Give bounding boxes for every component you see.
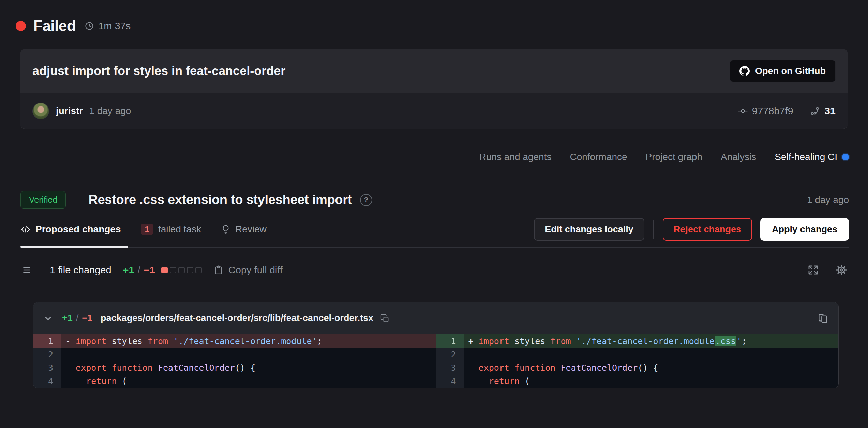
reject-changes-button[interactable]: Reject changes	[663, 218, 752, 241]
tab-review-label: Review	[235, 224, 267, 235]
code-icon	[20, 224, 31, 234]
diff-split-view: 1- import styles from './feat-cancel-ord…	[33, 334, 838, 388]
nav-item-project-graph[interactable]: Project graph	[646, 152, 703, 162]
action-buttons: Edit changes locally Reject changes Appl…	[534, 218, 849, 241]
nav-item-label: Conformance	[570, 152, 627, 162]
status-failed-dot	[16, 21, 26, 31]
failed-count-badge: 1	[141, 224, 153, 235]
expand-icon[interactable]	[807, 264, 819, 276]
self-healing-ci-page: Failed 1m 37s adjust import for styles i…	[0, 0, 868, 428]
diff-toolbar: 1 file changed +1 / −1 Copy full diff	[22, 261, 848, 279]
workspace-nav: Runs and agentsConformanceProject graphA…	[479, 152, 849, 162]
file-diff-stats: +1 / −1	[62, 313, 92, 324]
tab-proposed-changes-label: Proposed changes	[35, 224, 121, 235]
line-number: 4	[436, 374, 464, 388]
tabs-row: Proposed changes 1 failed task Review Ed…	[20, 217, 849, 242]
gear-icon[interactable]	[835, 264, 848, 276]
nav-item-label: Self-healing CI	[775, 152, 837, 162]
line-number: 4	[33, 374, 61, 388]
line-number: 3	[33, 361, 61, 374]
stat-block-deletion	[161, 267, 168, 273]
branch-count: 31	[810, 105, 836, 117]
code-line	[61, 348, 436, 361]
diff-line-ctx: 3 export function FeatCancelOrder() {	[436, 361, 839, 374]
commit-card: adjust import for styles in feat-cancel-…	[20, 49, 848, 129]
nav-item-self-healing-ci[interactable]: Self-healing CI	[775, 152, 849, 162]
git-branch-icon	[810, 106, 820, 116]
commit-message: adjust import for styles in feat-cancel-…	[32, 64, 285, 78]
nav-item-label: Analysis	[721, 152, 756, 162]
line-number: 2	[33, 348, 61, 361]
line-number: 2	[436, 348, 464, 361]
additions-count: +1	[123, 265, 134, 276]
code-line: export function FeatCancelOrder() {	[61, 361, 436, 374]
branch-count-value: 31	[825, 105, 836, 117]
nav-item-conformance[interactable]: Conformance	[570, 152, 627, 162]
stat-block-empty	[170, 267, 176, 273]
diff-file-header: +1 / −1 packages/orders/feat-cancel-orde…	[33, 302, 838, 334]
apply-changes-button[interactable]: Apply changes	[760, 218, 849, 241]
code-line: - import styles from './feat-cancel-orde…	[61, 334, 436, 348]
edit-changes-locally-button[interactable]: Edit changes locally	[534, 218, 644, 241]
diff-pane-before[interactable]: 1- import styles from './feat-cancel-ord…	[33, 334, 436, 388]
commit-card-header: adjust import for styles in feat-cancel-…	[20, 49, 848, 93]
tabs-underline	[20, 247, 849, 248]
fix-title: Restore .css extension to stylesheet imp…	[88, 192, 352, 207]
tab-proposed-changes[interactable]: Proposed changes	[20, 224, 121, 235]
code-line	[464, 348, 839, 361]
nav-item-label: Project graph	[646, 152, 703, 162]
diff-line-add: 1+ import styles from './feat-cancel-ord…	[436, 334, 839, 348]
file-path: packages/orders/feat-cancel-order/src/li…	[101, 313, 373, 324]
run-duration: 1m 37s	[98, 20, 131, 32]
chevron-down-icon[interactable]	[43, 313, 53, 324]
line-number: 1	[33, 334, 61, 348]
lightbulb-icon	[221, 225, 230, 234]
author-name: juristr	[56, 105, 83, 116]
diff-pane-after[interactable]: 1+ import styles from './feat-cancel-ord…	[436, 334, 839, 388]
diff-line-del: 1- import styles from './feat-cancel-ord…	[33, 334, 436, 348]
code-line: return (	[61, 374, 436, 388]
commit-hash-value: 9778b7f9	[752, 105, 793, 117]
line-number: 1	[436, 334, 464, 348]
status-label: Failed	[33, 17, 76, 34]
fix-time: 1 day ago	[807, 195, 849, 205]
tab-failed-task[interactable]: 1 failed task	[141, 224, 201, 235]
diff-file-card: +1 / −1 packages/orders/feat-cancel-orde…	[33, 302, 839, 388]
nav-item-runs-and-agents[interactable]: Runs and agents	[479, 152, 552, 162]
commit-icon	[738, 106, 748, 116]
copy-full-diff-button[interactable]: Copy full diff	[213, 265, 283, 276]
copy-file-icon[interactable]	[818, 313, 829, 324]
github-icon	[739, 66, 750, 76]
copy-full-diff-label: Copy full diff	[228, 265, 283, 276]
open-on-github-label: Open on GitHub	[755, 66, 826, 76]
tab-review[interactable]: Review	[221, 224, 267, 235]
commit-hash[interactable]: 9778b7f9	[738, 105, 793, 117]
deletions-count: −1	[144, 265, 155, 276]
diff-stat-blocks	[161, 267, 202, 273]
diff-line-ctx: 2	[436, 348, 839, 361]
nav-item-label: Runs and agents	[479, 152, 552, 162]
copy-icon[interactable]	[380, 314, 390, 323]
clock-icon	[85, 21, 94, 31]
stat-block-empty	[187, 267, 193, 273]
diff-line-ctx: 3 export function FeatCancelOrder() {	[33, 361, 436, 374]
verified-badge: Verified	[20, 191, 66, 209]
commit-card-meta: juristr 1 day ago 9778b7f9	[20, 93, 848, 129]
diff-line-ctx: 4 return (	[33, 374, 436, 388]
nav-item-analysis[interactable]: Analysis	[721, 152, 756, 162]
code-line: export function FeatCancelOrder() {	[464, 361, 839, 374]
actions-divider	[653, 220, 654, 239]
active-tab-indicator	[20, 246, 128, 248]
stat-block-empty	[195, 267, 202, 273]
fix-header-row: Verified Restore .css extension to style…	[20, 191, 849, 209]
commit-time: 1 day ago	[89, 105, 131, 116]
hamburger-icon[interactable]	[22, 265, 33, 275]
clipboard-icon	[213, 265, 224, 275]
question-icon[interactable]: ?	[360, 194, 372, 206]
open-on-github-button[interactable]: Open on GitHub	[730, 60, 836, 82]
code-line: return (	[464, 374, 839, 388]
files-changed-label: 1 file changed	[50, 265, 111, 276]
active-nav-dot	[842, 154, 849, 160]
code-line: + import styles from './feat-cancel-orde…	[464, 334, 839, 348]
stat-block-empty	[178, 267, 185, 273]
